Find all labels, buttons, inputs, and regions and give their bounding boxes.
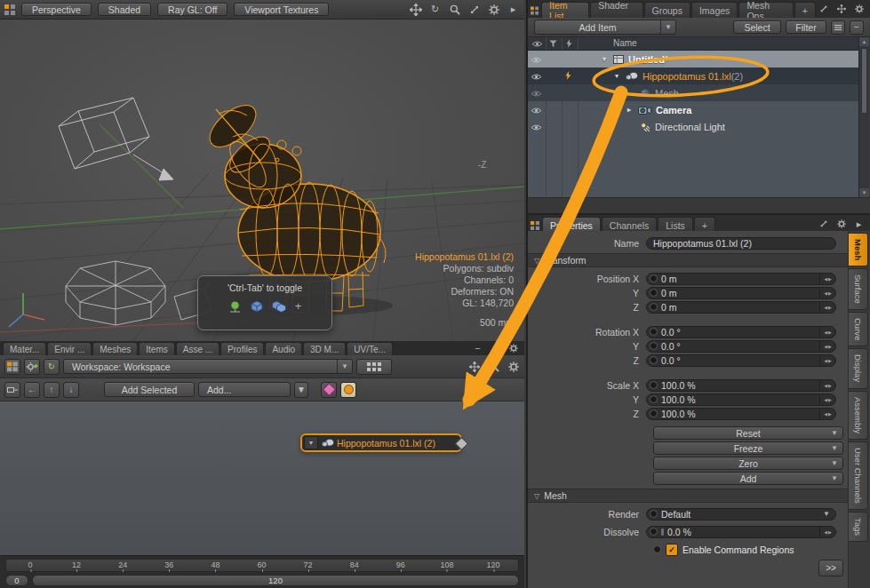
eye-icon[interactable] [531, 55, 542, 66]
node-collapse-button[interactable]: ▼ [304, 436, 318, 449]
add-button[interactable]: Add▼ [653, 472, 843, 485]
workspace-selector[interactable]: Workspace: Workspace ▼ [63, 359, 353, 374]
action-column-icon[interactable] [566, 39, 572, 50]
panel-chevron-icon[interactable]: ▸ [507, 3, 520, 16]
tab-add[interactable]: + [794, 2, 816, 18]
name-column-header[interactable]: Name [613, 38, 637, 48]
panel-thumb-icon[interactable] [531, 6, 539, 15]
add-combo[interactable]: Add... [198, 382, 291, 397]
arrow-down-button[interactable]: ↓ [63, 382, 79, 398]
mini-slider-icon[interactable]: ◀▶ [819, 409, 835, 419]
channel-dot[interactable] [650, 342, 658, 350]
viewport-3d[interactable]: -Z Hippopotamus 01.lxl (2) Polygons: sub… [0, 20, 524, 341]
reset-button[interactable]: Reset▼ [653, 426, 843, 440]
scale-x-input[interactable]: 100.0 %◀▶ [646, 379, 836, 392]
add-selected-button[interactable]: Add Selected [104, 382, 195, 397]
tab-assemblies[interactable]: Asse ... [176, 342, 219, 355]
expander-icon[interactable]: ▾ [615, 72, 626, 80]
mini-slider-icon[interactable]: ◀▶ [819, 341, 835, 352]
eye-icon[interactable] [531, 123, 542, 133]
tab-shader-tree[interactable]: Shader ... [590, 2, 643, 18]
channel-dot[interactable] [650, 328, 658, 336]
link-type-swatch-orange[interactable] [340, 382, 356, 398]
timeline-ruler[interactable]: 01224364860728496108120 [5, 559, 519, 572]
viewport-textures-button[interactable]: Viewport Textures [234, 3, 329, 16]
mesh-section-header[interactable]: ▽ Mesh [528, 489, 848, 503]
tree-row-mesh[interactable]: Mesh [528, 84, 860, 101]
tab-mesh-ops[interactable]: Mesh Ops [738, 2, 793, 18]
zoom-icon[interactable] [487, 360, 500, 373]
gear-icon[interactable] [507, 342, 520, 355]
add-item-combo[interactable]: Add Item ▼ [534, 20, 676, 35]
item-list-scrollbar[interactable]: ▲ ▼ [858, 37, 869, 197]
mini-slider-icon[interactable]: ◀▶ [819, 302, 835, 313]
side-tab-mesh[interactable]: Mesh [849, 233, 868, 266]
side-tab-display[interactable]: Display [849, 348, 868, 388]
visibility-column-icon[interactable] [531, 40, 543, 50]
enable-command-regions-checkbox[interactable]: ✓ [666, 544, 678, 556]
range-start-field[interactable]: 0 [5, 575, 28, 586]
tab-profiles[interactable]: Profiles [220, 342, 264, 355]
zoom-icon[interactable] [448, 3, 461, 16]
zero-button[interactable]: Zero▼ [653, 457, 843, 470]
link-type-swatch-pink[interactable] [321, 382, 337, 398]
filter-button[interactable]: Filter [786, 20, 826, 34]
tree-row-camera[interactable]: ▸ Camera [528, 101, 860, 118]
eye-icon[interactable] [531, 89, 542, 99]
freeze-button[interactable]: Freeze▼ [653, 441, 843, 455]
mini-slider-icon[interactable]: ◀▶ [819, 288, 835, 298]
tab-materials[interactable]: Mater... [3, 342, 46, 355]
channel-dot[interactable] [650, 356, 658, 364]
side-tab-assembly[interactable]: Assembly [849, 391, 868, 440]
shading-mode-button[interactable]: Shaded [98, 3, 151, 16]
tree-row-scene[interactable]: ▾ Untitled* [528, 51, 860, 68]
channel-dot[interactable] [650, 303, 658, 311]
bolt-icon[interactable] [565, 71, 571, 82]
channel-dot[interactable] [650, 510, 658, 518]
panel-thumb-icon[interactable] [531, 221, 539, 230]
mini-slider-icon[interactable]: ◀▶ [819, 394, 835, 405]
perspective-button[interactable]: Perspective [21, 3, 92, 16]
schematic-node-hippopotamus[interactable]: ▼ Hippopotamus 01.lxl (2) [300, 433, 462, 452]
maximize-icon[interactable] [489, 342, 502, 355]
expander-icon[interactable]: ▸ [627, 106, 638, 114]
gear-icon[interactable] [507, 360, 520, 373]
more-button[interactable]: >> [818, 560, 843, 576]
rotation-x-input[interactable]: 0.0 °◀▶ [646, 326, 836, 338]
channel-dot[interactable] [650, 409, 658, 417]
mini-slider-icon[interactable]: ◀▶ [819, 355, 835, 366]
expander-icon[interactable]: ▾ [603, 55, 613, 63]
minimize-icon[interactable]: − [471, 342, 484, 355]
position-x-input[interactable]: 0 m◀▶ [646, 273, 836, 285]
collapse-all-icon[interactable]: − [850, 20, 864, 35]
slider-handle[interactable] [661, 528, 664, 536]
eye-icon[interactable] [531, 106, 542, 116]
panel-chevron-icon[interactable]: ▸ [852, 218, 866, 231]
gear-icon[interactable] [487, 3, 500, 16]
eye-icon[interactable] [531, 72, 542, 83]
tab-uv-texture[interactable]: UV/Te... [347, 342, 393, 355]
channel-dot[interactable] [653, 545, 661, 553]
tab-items[interactable]: Items [139, 342, 174, 355]
tree-row-directional-light[interactable]: Directional Light [528, 118, 860, 135]
mini-slider-icon[interactable]: ◀▶ [819, 327, 835, 338]
workspace-settings-icon[interactable] [24, 359, 40, 375]
panel-thumb-icon[interactable] [4, 4, 15, 15]
range-scrollbar[interactable]: 120 [32, 575, 519, 586]
tab-environments[interactable]: Envir ... [47, 342, 92, 355]
maximize-icon[interactable] [817, 3, 830, 16]
transform-section-header[interactable]: ▽ Transform [528, 253, 848, 267]
channel-dot[interactable] [650, 528, 658, 536]
raygl-button[interactable]: Ray GL: Off [157, 3, 227, 16]
list-view-icon[interactable] [831, 20, 845, 35]
side-tab-curve[interactable]: Curve [849, 312, 868, 346]
scale-z-input[interactable]: 100.0 %◀▶ [646, 408, 836, 420]
maximize-icon[interactable] [817, 218, 830, 231]
pan-icon[interactable] [834, 3, 848, 16]
rotation-y-input[interactable]: 0.0 °◀▶ [646, 340, 836, 353]
scroll-down-icon[interactable]: ▼ [859, 188, 869, 197]
item-name-input[interactable]: Hippopotamus 01.lxl (2) [646, 237, 836, 250]
mini-slider-icon[interactable]: ◀▶ [819, 274, 835, 284]
rotation-z-input[interactable]: 0.0 °◀▶ [646, 354, 836, 367]
scroll-up-icon[interactable]: ▲ [859, 37, 869, 46]
